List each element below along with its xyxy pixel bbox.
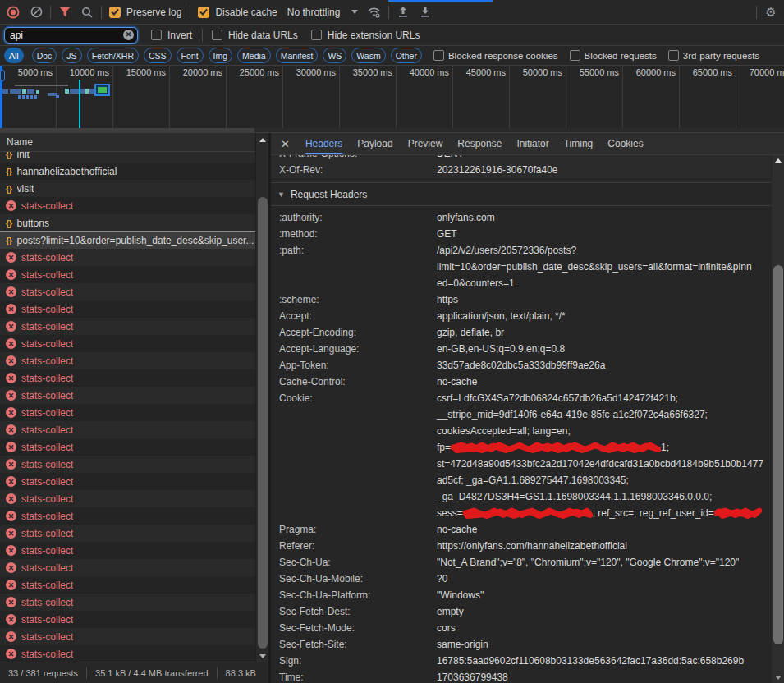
- request-row[interactable]: ✕stats-collect: [0, 645, 255, 662]
- filter-pill-wasm[interactable]: Wasm: [351, 48, 385, 63]
- search-icon[interactable]: [77, 2, 97, 22]
- import-har-icon[interactable]: [393, 2, 413, 22]
- header-key: Sec-Fetch-Mode:: [271, 620, 437, 636]
- checkbox-blocked-response-cookies[interactable]: Blocked response cookies: [433, 50, 558, 61]
- disable-cache-checkbox[interactable]: Disable cache: [198, 7, 277, 18]
- preserve-log-checkbox[interactable]: Preserve log: [109, 7, 181, 18]
- request-row[interactable]: ✕stats-collect: [0, 628, 255, 645]
- request-row[interactable]: ✕stats-collect: [0, 421, 255, 438]
- filter-pill-ws[interactable]: WS: [323, 48, 346, 63]
- checkbox-unchecked[interactable]: [433, 50, 444, 61]
- close-icon[interactable]: ✕: [281, 138, 290, 150]
- header-key: Accept-Language:: [271, 341, 437, 357]
- filter-pill-manifest[interactable]: Manifest: [276, 48, 319, 63]
- request-row[interactable]: ✕stats-collect: [0, 404, 255, 421]
- request-row[interactable]: ✕stats-collect: [0, 576, 255, 594]
- json-icon: {}: [6, 184, 12, 194]
- header-value-line: en-GB,en-US;q=0.9,en;q=0.8: [437, 341, 768, 357]
- request-row[interactable]: ✕stats-collect: [0, 318, 255, 335]
- invert-checkbox[interactable]: Invert: [151, 30, 192, 41]
- filter-pill-other[interactable]: Other: [391, 48, 422, 63]
- filter-pill-fetch-xhr[interactable]: Fetch/XHR: [87, 48, 139, 63]
- filter-pill-all[interactable]: All: [4, 48, 24, 63]
- request-row[interactable]: {}buttons: [0, 214, 255, 231]
- clear-button[interactable]: [26, 2, 46, 22]
- clear-filter-icon[interactable]: ✕: [123, 30, 134, 40]
- checkbox-unchecked[interactable]: [212, 30, 222, 40]
- scroll-down-icon[interactable]: [259, 654, 266, 658]
- request-row[interactable]: ✕stats-collect: [0, 369, 255, 387]
- checkbox-unchecked[interactable]: [570, 50, 580, 61]
- filter-pill-img[interactable]: Img: [209, 48, 233, 63]
- filter-pill-media[interactable]: Media: [237, 48, 271, 63]
- request-row[interactable]: ✕stats-collect: [0, 283, 255, 300]
- filter-pill-js[interactable]: JS: [62, 48, 81, 63]
- tab-cookies[interactable]: Cookies: [600, 133, 650, 154]
- request-row[interactable]: ✕stats-collect: [0, 266, 255, 283]
- tab-response[interactable]: Response: [450, 133, 509, 154]
- filter-pill-css[interactable]: CSS: [144, 48, 172, 63]
- checkbox-checked[interactable]: [198, 7, 209, 18]
- request-row[interactable]: ✕stats-collect: [0, 611, 255, 628]
- header-row: Sec-Fetch-Dest:empty: [271, 603, 771, 620]
- request-row[interactable]: ✕stats-collect: [0, 335, 255, 352]
- header-value: 16785:5aad9602cf110608b03133de563642fac1…: [437, 653, 771, 669]
- record-button[interactable]: [3, 2, 23, 22]
- network-conditions-icon[interactable]: [364, 2, 384, 22]
- request-row[interactable]: ✕stats-collect: [0, 542, 255, 559]
- request-row[interactable]: {}hannahelizabethofficial: [0, 163, 255, 180]
- scroll-up-icon[interactable]: [775, 158, 782, 163]
- request-row[interactable]: {}init: [0, 152, 255, 163]
- throttling-select[interactable]: No throttling: [287, 7, 359, 18]
- filter-toggle-icon[interactable]: [55, 2, 75, 22]
- request-headers-section-header[interactable]: ▼Request Headers: [271, 182, 771, 206]
- overview-handle-grip[interactable]: [0, 70, 5, 81]
- network-filter-bar: api ✕ Invert Hide data URLs Hide extensi…: [0, 25, 784, 46]
- filter-pill-doc[interactable]: Doc: [32, 48, 57, 63]
- checkbox-blocked-requests[interactable]: Blocked requests: [570, 50, 657, 61]
- tab-timing[interactable]: Timing: [557, 133, 601, 154]
- scrollbar-thumb[interactable]: [258, 197, 268, 649]
- request-row[interactable]: ✕stats-collect: [0, 387, 255, 404]
- request-row[interactable]: ✕stats-collect: [0, 490, 255, 507]
- request-row[interactable]: ✕stats-collect: [0, 456, 255, 473]
- tab-payload[interactable]: Payload: [350, 133, 400, 154]
- scroll-up-icon[interactable]: [259, 138, 266, 142]
- error-icon: ✕: [6, 459, 16, 470]
- settings-gear-icon[interactable]: ⚙: [761, 2, 781, 22]
- filter-pill-font[interactable]: Font: [177, 48, 204, 63]
- checkbox-unchecked[interactable]: [151, 30, 162, 40]
- tab-preview[interactable]: Preview: [401, 133, 451, 154]
- request-row[interactable]: {}visit: [0, 180, 255, 197]
- filter-input[interactable]: api ✕: [4, 27, 138, 44]
- requests-scrollbar[interactable]: [255, 133, 268, 662]
- checkbox-unchecked[interactable]: [311, 30, 322, 40]
- scroll-down-icon[interactable]: [775, 676, 782, 680]
- hide-data-urls-checkbox[interactable]: Hide data URLs: [212, 30, 298, 41]
- error-icon: ✕: [6, 338, 16, 349]
- checkbox-checked[interactable]: [109, 7, 121, 18]
- error-icon: ✕: [6, 286, 16, 297]
- request-row[interactable]: ✕stats-collect: [0, 352, 255, 369]
- hide-extension-urls-checkbox[interactable]: Hide extension URLs: [311, 30, 420, 41]
- request-row[interactable]: ✕stats-collect: [0, 197, 255, 214]
- details-scrollbar[interactable]: [771, 155, 784, 683]
- request-row[interactable]: ✕stats-collect: [0, 507, 255, 525]
- tab-headers[interactable]: Headers: [298, 133, 350, 154]
- tab-initiator[interactable]: Initiator: [509, 133, 556, 154]
- checkbox-unchecked[interactable]: [668, 50, 679, 61]
- checkbox-3rd-party-requests[interactable]: 3rd-party requests: [668, 50, 759, 61]
- scrollbar-thumb[interactable]: [773, 265, 783, 644]
- request-row[interactable]: ✕stats-collect: [0, 559, 255, 576]
- export-har-icon[interactable]: [415, 2, 435, 22]
- network-overview-timeline[interactable]: 5000 ms10000 ms15000 ms20000 ms25000 ms3…: [0, 66, 784, 133]
- header-key: Referer:: [271, 538, 437, 554]
- request-row[interactable]: ✕stats-collect: [0, 300, 255, 318]
- request-row[interactable]: {}posts?limit=10&order=publish_date_desc…: [0, 231, 255, 249]
- request-row[interactable]: ✕stats-collect: [0, 594, 255, 611]
- name-column-header[interactable]: Name: [0, 133, 268, 152]
- request-row[interactable]: ✕stats-collect: [0, 249, 255, 266]
- request-row[interactable]: ✕stats-collect: [0, 473, 255, 490]
- request-row[interactable]: ✕stats-collect: [0, 438, 255, 456]
- request-row[interactable]: ✕stats-collect: [0, 525, 255, 542]
